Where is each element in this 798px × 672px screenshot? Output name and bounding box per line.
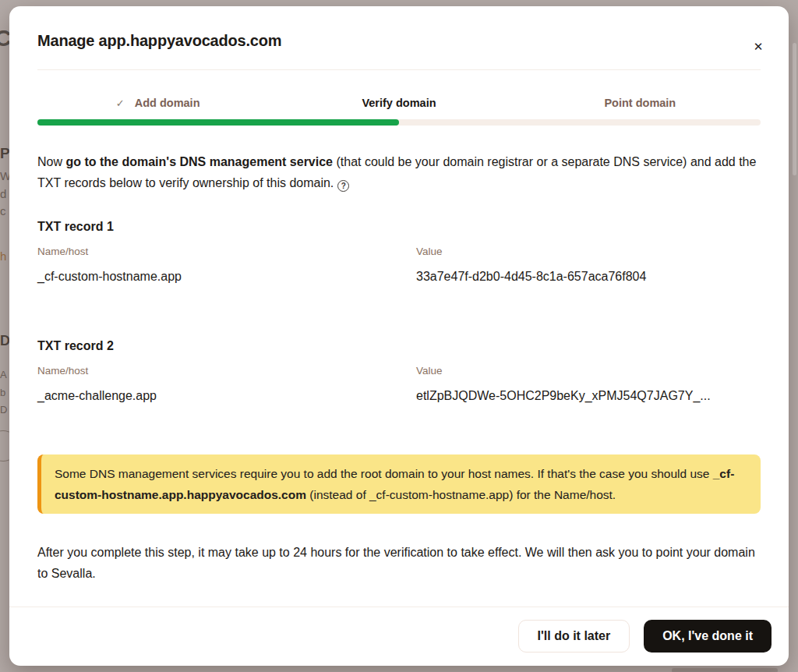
background-page-fragment: A	[0, 369, 7, 380]
modal-body: ✓ Add domain Verify domain Point domain …	[9, 70, 789, 607]
step-point-domain: Point domain	[520, 97, 761, 109]
callout-pre: Some DNS management services require you…	[55, 467, 713, 480]
background-page-fragment: c	[0, 204, 6, 218]
background-page-fragment: d	[0, 187, 6, 200]
after-step-post: .	[92, 567, 95, 580]
progress-fill	[37, 119, 399, 126]
step-verify-domain: Verify domain	[278, 97, 519, 109]
background-page-fragment: D	[0, 404, 7, 416]
background-page-fragment: h	[0, 249, 6, 263]
instructions-bold: go to the domain's DNS management servic…	[65, 155, 333, 168]
record-grid: Name/host _acme-challenge.app Value etlZ…	[37, 353, 761, 403]
check-icon: ✓	[116, 97, 125, 109]
do-it-later-button[interactable]: I'll do it later	[518, 620, 630, 653]
modal-header: Manage app.happyavocados.com ✕	[9, 6, 789, 70]
record-name-value: _acme-challenge.app	[37, 389, 416, 403]
instructions-pre: Now	[37, 155, 65, 168]
record-value-cell: Value 33a7e47f-d2b0-4d45-8c1a-657aca76f8…	[416, 234, 761, 284]
help-icon[interactable]: ?	[337, 180, 349, 192]
record-value-cell: Value etlZpBJQDWe-5OHC2P9beKy_xPMJ54Q7JA…	[416, 353, 761, 403]
background-page-fragment: b	[0, 387, 5, 398]
header-divider	[37, 69, 761, 70]
step-label: Add domain	[135, 97, 200, 109]
record-name-value: _cf-custom-hostname.app	[37, 270, 416, 284]
dns-callout: Some DNS management services require you…	[37, 454, 761, 514]
record-value-value: etlZpBJQDWe-5OHC2P9beKy_xPMJ54Q7JAG7Y_..…	[416, 389, 761, 403]
callout-post: (instead of _cf-custom-hostname.app) for…	[306, 488, 616, 501]
record-name-cell: Name/host _acme-challenge.app	[37, 353, 416, 403]
ok-done-button[interactable]: OK, I've done it	[644, 620, 772, 653]
step-label: Verify domain	[362, 97, 436, 109]
after-step-text: After you complete this step, it may tak…	[37, 542, 761, 584]
modal-footer: I'll do it later OK, I've done it	[9, 607, 789, 666]
modal-title: Manage app.happyavocados.com	[37, 32, 761, 50]
value-label: Value	[416, 365, 761, 377]
record-title: TXT record 2	[37, 339, 761, 353]
instructions-text: Now go to the domain's DNS management se…	[37, 151, 761, 193]
name-host-label: Name/host	[37, 246, 416, 257]
manage-domain-modal: Manage app.happyavocados.com ✕ ✓ Add dom…	[9, 6, 789, 666]
value-label: Value	[416, 246, 761, 257]
step-add-domain: ✓ Add domain	[37, 97, 278, 109]
record-title: TXT record 1	[37, 220, 761, 234]
name-host-label: Name/host	[37, 365, 416, 377]
step-label: Point domain	[604, 97, 676, 109]
wizard-stepper: ✓ Add domain Verify domain Point domain	[37, 97, 761, 109]
progress-bar	[37, 119, 761, 126]
background-scrollbar	[793, 43, 796, 175]
sevalla-link[interactable]: Sevalla	[51, 567, 92, 580]
background-page-fragment: P	[0, 145, 10, 162]
close-icon[interactable]: ✕	[747, 34, 770, 58]
record-name-cell: Name/host _cf-custom-hostname.app	[37, 234, 416, 284]
txt-record-2: TXT record 2 Name/host _acme-challenge.a…	[37, 339, 761, 403]
txt-record-1: TXT record 1 Name/host _cf-custom-hostna…	[37, 220, 761, 284]
record-grid: Name/host _cf-custom-hostname.app Value …	[37, 234, 761, 284]
record-value-value: 33a7e47f-d2b0-4d45-8c1a-657aca76f804	[416, 270, 761, 284]
after-step-pre: After you complete this step, it may tak…	[37, 546, 755, 580]
background-button-edge	[672, 668, 778, 672]
